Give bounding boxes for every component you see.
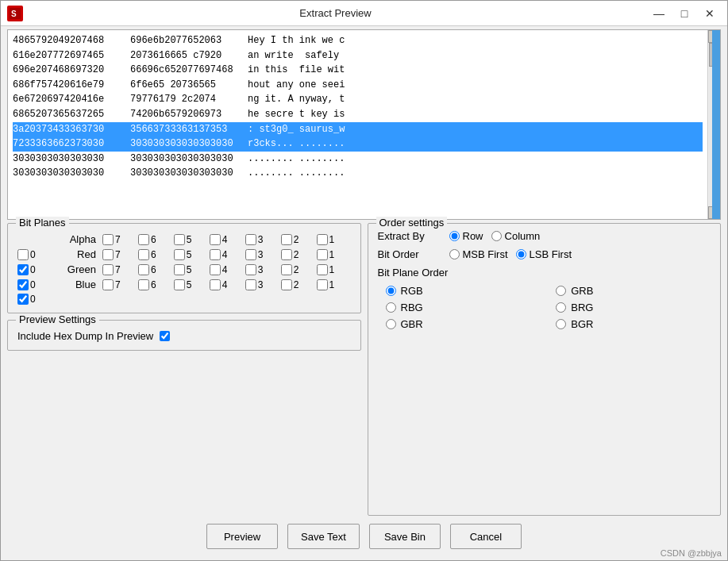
bit-checkbox-red-0[interactable] — [17, 264, 29, 275]
preview-settings-title: Preview Settings — [16, 313, 99, 325]
bpo-option-gbr[interactable]: GBR — [386, 318, 541, 330]
bit-checkbox-red-3[interactable] — [245, 249, 256, 260]
bit-checkbox-blue-1[interactable] — [317, 279, 328, 290]
bpo-radio-brg[interactable] — [556, 302, 566, 313]
msb-radio[interactable] — [449, 249, 460, 259]
save-bin-button[interactable]: Save Bin — [369, 524, 441, 549]
bpo-option-rbg[interactable]: RBG — [386, 302, 541, 313]
hex-col2: 696e6b2077652063 — [130, 33, 241, 48]
bit-checkbox-green-5[interactable] — [174, 264, 185, 275]
bit-number: 4 — [222, 249, 228, 260]
bit-plane-order-title: Bit Plane Order — [378, 267, 711, 279]
bit-number: 6 — [151, 279, 156, 290]
order-settings-title: Order settings — [376, 217, 448, 229]
bit-cell: 6 — [138, 249, 172, 260]
bit-cell: 6 — [138, 234, 172, 245]
bit-checkbox-alpha-5[interactable] — [174, 234, 185, 245]
extract-by-row: Extract By Row Column — [378, 230, 711, 242]
bit-checkbox-alpha-4[interactable] — [210, 234, 221, 245]
bpo-radio-gbr[interactable] — [386, 319, 396, 329]
bit-checkbox-red-1[interactable] — [317, 249, 328, 260]
bit-checkbox-blue-3[interactable] — [245, 279, 256, 290]
bit-cell: 5 — [174, 264, 208, 275]
bit-checkbox-green-2[interactable] — [281, 264, 292, 275]
bit-checkbox-alpha-3[interactable] — [245, 234, 256, 245]
bit-checkbox-green-6[interactable] — [138, 264, 149, 275]
bit-checkbox-blue-6[interactable] — [138, 279, 149, 290]
extract-by-label: Extract By — [378, 230, 441, 242]
msb-radio-label[interactable]: MSB First — [449, 248, 508, 260]
lsb-radio[interactable] — [516, 249, 526, 259]
bit-checkbox-blue-0[interactable] — [17, 294, 29, 305]
bit-number: 3 — [258, 249, 264, 260]
bit-checkbox-blue-7[interactable] — [102, 279, 114, 290]
bit-number: 1 — [329, 264, 335, 275]
cancel-button[interactable]: Cancel — [450, 524, 522, 549]
hex-dump-row: Include Hex Dump In Preview — [17, 330, 351, 342]
app-icon: S — [7, 6, 23, 21]
bpo-radio-rgb[interactable] — [386, 286, 396, 296]
close-button[interactable]: ✕ — [699, 4, 721, 23]
bit-checkbox-blue-2[interactable] — [281, 279, 292, 290]
bpo-option-brg[interactable]: BRG — [556, 302, 711, 313]
row-radio-label[interactable]: Row — [449, 230, 483, 242]
bit-checkbox-alpha-2[interactable] — [281, 234, 292, 245]
bit-checkbox-alpha-7[interactable] — [102, 234, 114, 245]
bpo-radio-bgr[interactable] — [556, 319, 566, 329]
bpo-option-rgb[interactable]: RGB — [386, 285, 541, 297]
bpo-label-gbr: GBR — [401, 318, 423, 330]
hex-dump-checkbox[interactable] — [160, 331, 170, 341]
column-radio[interactable] — [491, 231, 502, 241]
bit-cell: 4 — [210, 234, 244, 245]
bpo-option-grb[interactable]: GRB — [556, 285, 711, 297]
column-radio-label[interactable]: Column — [491, 230, 541, 242]
text-col: Hey I th ink we c — [248, 33, 345, 48]
bit-number: 4 — [222, 279, 228, 290]
preview-line: 696e20746869732066696c652077697468in thi… — [13, 63, 703, 78]
bit-planes-group: Bit Planes Alpha76543210Red76543210Green… — [7, 223, 361, 313]
bit-checkbox-red-4[interactable] — [210, 249, 221, 260]
bit-checkbox-alpha-0[interactable] — [17, 249, 29, 260]
bit-number: 2 — [294, 249, 299, 260]
hex-col1: 3030303030303030 — [13, 166, 124, 181]
preview-line: 6e6720697420416e79776179 2c2074ng it. A … — [13, 92, 703, 107]
bit-cell: 0 — [17, 264, 65, 275]
minimize-button[interactable]: — — [648, 4, 670, 23]
preview-line: 7233363662373030303030303030303030r3cks.… — [13, 136, 703, 152]
maximize-button[interactable]: □ — [673, 4, 695, 23]
bit-checkbox-red-5[interactable] — [174, 249, 185, 260]
text-col: he secre t key is — [248, 107, 345, 122]
bit-checkbox-green-3[interactable] — [245, 264, 256, 275]
bit-checkbox-green-4[interactable] — [210, 264, 221, 275]
bpo-option-bgr[interactable]: BGR — [556, 318, 711, 330]
hex-dump-label: Include Hex Dump In Preview — [17, 330, 153, 342]
bpo-radio-grb[interactable] — [556, 286, 566, 296]
bit-checkbox-red-6[interactable] — [138, 249, 149, 260]
preview-line: 4865792049207468696e6b2077652063Hey I th… — [13, 33, 703, 48]
lsb-radio-label[interactable]: LSB First — [516, 248, 572, 260]
bit-checkbox-green-7[interactable] — [102, 264, 114, 275]
bit-number: 0 — [30, 249, 36, 260]
row-radio[interactable] — [449, 231, 460, 241]
preview-button[interactable]: Preview — [206, 524, 278, 549]
bpo-radio-rbg[interactable] — [386, 302, 396, 313]
text-col: ........ ........ — [248, 166, 345, 181]
bit-checkbox-green-1[interactable] — [317, 264, 328, 275]
bit-checkbox-alpha-6[interactable] — [138, 234, 149, 245]
bit-cell: 1 — [317, 234, 351, 245]
bit-checkbox-red-2[interactable] — [281, 249, 292, 260]
hex-col2: 35663733363137353 — [130, 122, 241, 137]
hex-col2: 303030303030303030 — [130, 152, 241, 167]
bit-checkbox-alpha-1[interactable] — [317, 234, 328, 245]
save-text-button[interactable]: Save Text — [287, 524, 360, 549]
bit-checkbox-red-7[interactable] — [102, 249, 114, 260]
bit-cell: 3 — [245, 279, 279, 290]
controls-area: Bit Planes Alpha76543210Red76543210Green… — [1, 223, 727, 516]
hex-col2: 303030303030303030 — [130, 166, 241, 181]
bit-checkbox-blue-5[interactable] — [174, 279, 185, 290]
bit-checkbox-green-0[interactable] — [17, 279, 29, 290]
text-col: : st3g0_ saurus_w — [248, 122, 345, 137]
bit-order-row: Bit Order MSB First LSB First — [378, 248, 711, 260]
bit-checkbox-blue-4[interactable] — [210, 279, 221, 290]
title-bar-controls: — □ ✕ — [648, 4, 721, 23]
